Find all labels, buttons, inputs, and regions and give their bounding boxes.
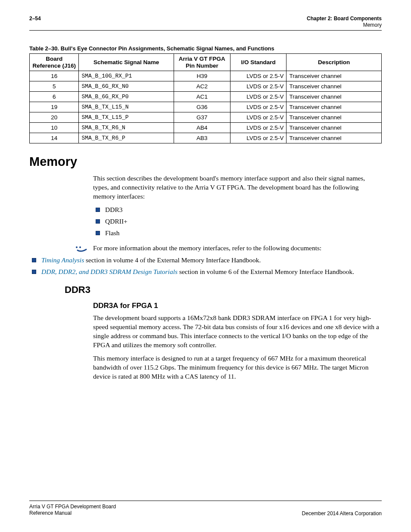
chapter-title: Chapter 2: Board Components (307, 16, 382, 22)
doc-link[interactable]: Timing Analysis (41, 256, 84, 264)
cell-board-ref: 10 (30, 123, 79, 133)
cell-pin: AC2 (174, 81, 230, 92)
table-row: 10SMA_B_TX_R6_NAB4LVDS or 2.5-VTransceiv… (30, 123, 382, 133)
table-row: 5SMA_B_6G_RX_N0AC2LVDS or 2.5-VTransceiv… (30, 81, 382, 92)
cell-board-ref: 6 (30, 92, 79, 102)
cell-io: LVDS or 2.5-V (230, 71, 286, 81)
info-icon (74, 244, 89, 252)
cell-signal: SMA_B_6G_RX_P0 (79, 92, 174, 102)
table-header-row: BoardReference (J16) Schematic Signal Na… (30, 54, 382, 71)
cell-desc: Transceiver channel (286, 133, 382, 143)
cell-desc: Transceiver channel (286, 123, 382, 133)
table-row: 16SMA_B_10G_RX_P1H39LVDS or 2.5-VTransce… (30, 71, 382, 81)
col-signal-name: Schematic Signal Name (79, 54, 174, 71)
cell-pin: AB3 (174, 133, 230, 143)
cell-pin: G37 (174, 112, 230, 123)
cell-signal: SMA_B_TX_R6_N (79, 123, 174, 133)
header-right: Chapter 2: Board Components Memory (307, 16, 382, 28)
list-item: Flash (96, 229, 382, 238)
page-number: 2–54 (29, 16, 41, 22)
list-item: QDRII+ (96, 217, 382, 226)
col-board-ref: BoardReference (J16) (30, 54, 79, 71)
table-row: 19SMA_B_TX_L15_NG36LVDS or 2.5-VTranscei… (30, 102, 382, 112)
cell-io: LVDS or 2.5-V (230, 123, 286, 133)
ddr3-para-1: The development board supports a 16Mx72x… (93, 314, 382, 350)
cell-board-ref: 19 (30, 102, 79, 112)
cell-desc: Transceiver channel (286, 81, 382, 92)
cell-pin: AC1 (174, 92, 230, 102)
col-pin-number: Arria V GT FPGAPin Number (174, 54, 230, 71)
cell-pin: H39 (174, 71, 230, 81)
cell-board-ref: 14 (30, 133, 79, 143)
page-footer: Arria V GT FPGA Development Board Refere… (29, 501, 382, 516)
table-row: 14SMA_B_TX_R6_PAB3LVDS or 2.5-VTransceiv… (30, 133, 382, 143)
cell-io: LVDS or 2.5-V (230, 102, 286, 112)
cell-pin: AB4 (174, 123, 230, 133)
cell-desc: Transceiver channel (286, 71, 382, 81)
col-io-standard: I/O Standard (230, 54, 286, 71)
cell-signal: SMA_B_TX_R6_P (79, 133, 174, 143)
cell-pin: G36 (174, 102, 230, 112)
heading-memory: Memory (29, 155, 382, 169)
memory-note: For more information about the memory in… (93, 244, 382, 253)
ddr3-para-2: This memory interface is designed to run… (93, 354, 382, 381)
cell-signal: SMA_B_TX_L15_P (79, 112, 174, 123)
cell-signal: SMA_B_TX_L15_N (79, 102, 174, 112)
list-item: DDR3 (96, 205, 382, 215)
cell-board-ref: 5 (30, 81, 79, 92)
heading-ddr3a: DDR3A for FPGA 1 (93, 302, 382, 310)
table-row: 20SMA_B_TX_L15_PG37LVDS or 2.5-VTranscei… (30, 112, 382, 123)
cell-io: LVDS or 2.5-V (230, 112, 286, 123)
cell-io: LVDS or 2.5-V (230, 133, 286, 143)
cell-desc: Transceiver channel (286, 92, 382, 102)
table-caption: Table 2–30. Bull's Eye Connector Pin Ass… (29, 45, 382, 52)
cell-board-ref: 20 (30, 112, 79, 123)
footer-date-company: December 2014 Altera Corporation (302, 510, 382, 516)
page-header: 2–54 Chapter 2: Board Components Memory (29, 16, 382, 31)
footer-doc-title: Arria V GT FPGA Development Board (29, 504, 116, 510)
doc-link[interactable]: DDR, DDR2, and DDR3 SDRAM Design Tutoria… (41, 268, 177, 275)
cell-board-ref: 16 (30, 71, 79, 81)
memory-intro: This section describes the development b… (93, 174, 382, 201)
cell-signal: SMA_B_10G_RX_P1 (79, 71, 174, 81)
section-breadcrumb: Memory (307, 22, 382, 28)
cell-desc: Transceiver channel (286, 102, 382, 112)
list-item: DDR, DDR2, and DDR3 SDRAM Design Tutoria… (32, 268, 382, 277)
cell-signal: SMA_B_6G_RX_N0 (79, 81, 174, 92)
table-row: 6SMA_B_6G_RX_P0AC1LVDS or 2.5-VTransceiv… (30, 92, 382, 102)
heading-ddr3: DDR3 (65, 284, 382, 296)
svg-point-0 (76, 246, 78, 248)
cell-desc: Transceiver channel (286, 112, 382, 123)
list-item: Timing Analysis section in volume 4 of t… (32, 256, 382, 265)
col-description: Description (286, 54, 382, 71)
svg-point-1 (79, 246, 81, 248)
pin-table: BoardReference (J16) Schematic Signal Na… (29, 53, 382, 143)
cell-io: LVDS or 2.5-V (230, 92, 286, 102)
footer-doc-subtitle: Reference Manual (29, 510, 116, 516)
cell-io: LVDS or 2.5-V (230, 81, 286, 92)
